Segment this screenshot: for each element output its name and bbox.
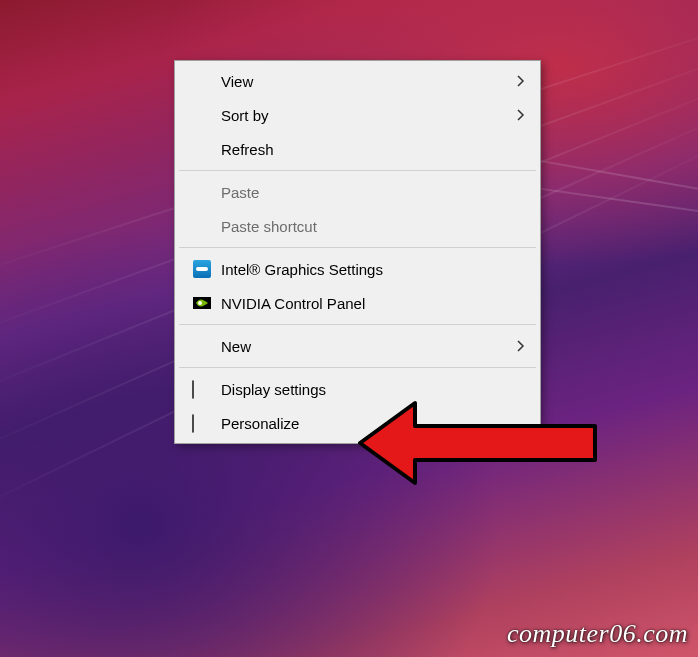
menu-item-paste-shortcut: Paste shortcut <box>177 209 538 243</box>
menu-item-sort-by[interactable]: Sort by <box>177 98 538 132</box>
icon-slot <box>189 335 215 357</box>
menu-label: Refresh <box>215 141 530 158</box>
menu-item-display-settings[interactable]: Display settings <box>177 372 538 406</box>
intel-icon <box>189 258 215 280</box>
menu-label: Intel® Graphics Settings <box>215 261 530 278</box>
menu-item-refresh[interactable]: Refresh <box>177 132 538 166</box>
watermark-text: computer06.com <box>507 619 688 649</box>
menu-label: Sort by <box>215 107 512 124</box>
chevron-right-icon <box>512 75 530 87</box>
icon-slot <box>189 181 215 203</box>
menu-label: NVIDIA Control Panel <box>215 295 530 312</box>
menu-label: New <box>215 338 512 355</box>
icon-slot <box>189 138 215 160</box>
chevron-right-icon <box>512 340 530 352</box>
icon-slot <box>189 215 215 237</box>
menu-separator <box>179 247 536 248</box>
menu-item-paste: Paste <box>177 175 538 209</box>
menu-label: Paste <box>215 184 530 201</box>
display-icon <box>189 378 215 400</box>
menu-label: View <box>215 73 512 90</box>
icon-slot <box>189 70 215 92</box>
svg-point-1 <box>198 301 202 305</box>
menu-separator <box>179 367 536 368</box>
menu-label: Display settings <box>215 381 530 398</box>
menu-item-personalize[interactable]: Personalize <box>177 406 538 440</box>
chevron-right-icon <box>512 109 530 121</box>
personalize-icon <box>189 412 215 434</box>
menu-separator <box>179 170 536 171</box>
menu-item-nvidia-control-panel[interactable]: NVIDIA Control Panel <box>177 286 538 320</box>
menu-item-intel-graphics[interactable]: Intel® Graphics Settings <box>177 252 538 286</box>
nvidia-icon <box>189 292 215 314</box>
desktop-context-menu: View Sort by Refresh Paste Paste shortcu… <box>174 60 541 444</box>
menu-label: Paste shortcut <box>215 218 530 235</box>
menu-separator <box>179 324 536 325</box>
menu-item-view[interactable]: View <box>177 64 538 98</box>
icon-slot <box>189 104 215 126</box>
menu-item-new[interactable]: New <box>177 329 538 363</box>
menu-label: Personalize <box>215 415 530 432</box>
